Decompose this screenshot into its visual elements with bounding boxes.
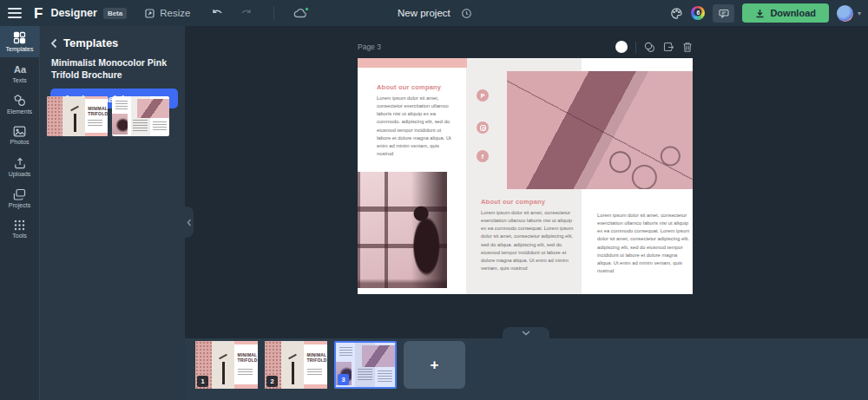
sidebar-label: Projects <box>9 202 30 208</box>
panel-collapse-handle[interactable] <box>185 207 194 238</box>
undo-icon[interactable] <box>211 8 224 19</box>
shadow-photo-mini <box>112 114 128 134</box>
brochure-page[interactable]: About our company Lorem ipsum dolor sit … <box>358 58 693 294</box>
templates-panel: Templates Minimalist Monocolor Pink Trif… <box>39 26 185 400</box>
sidebar-label: Templates <box>6 46 34 52</box>
template-name: Minimalist Monocolor Pink Trifold Brochu… <box>40 49 185 81</box>
pages-bar-collapse-handle[interactable] <box>503 327 549 338</box>
chevron-down-icon <box>522 331 530 336</box>
download-icon <box>755 9 765 18</box>
pages-bar: MINIMAL TRIFOLD 1 MINIMAL TRIFOLD 2 <box>185 338 868 400</box>
cloud-sync-icon[interactable] <box>293 8 308 19</box>
instagram-glyph <box>480 125 486 131</box>
history-icon[interactable] <box>461 8 472 19</box>
page-thumbnail-3-selected[interactable]: 3 <box>334 341 397 389</box>
saved-status-dot <box>305 7 309 11</box>
resize-button[interactable]: Resize <box>144 8 190 19</box>
resize-icon <box>144 8 155 19</box>
page-thumbnail-1[interactable]: MINIMAL TRIFOLD 1 <box>195 341 258 389</box>
plus-icon: + <box>431 357 439 374</box>
brand-palette-icon[interactable] <box>670 7 683 20</box>
app-logo[interactable]: F <box>30 6 42 21</box>
window-shadow-photo[interactable] <box>358 172 447 288</box>
move-page-icon[interactable] <box>663 42 674 53</box>
page-label: Page 3 <box>358 43 381 51</box>
panel-title: Templates <box>63 36 118 49</box>
delete-page-icon[interactable] <box>682 42 693 53</box>
templates-grid-icon <box>13 31 26 44</box>
divider <box>273 6 274 20</box>
page-number-badge: 3 <box>338 374 349 385</box>
main-menu-icon[interactable] <box>8 8 22 18</box>
title-panel: MINIMAL TRIFOLD <box>234 341 258 389</box>
page-thumbnail-2[interactable]: MINIMAL TRIFOLD 2 <box>265 341 327 389</box>
user-avatar[interactable] <box>837 5 853 22</box>
preview-title: MINIMAL TRIFOLD <box>88 107 106 117</box>
sidebar-item-photos[interactable]: Photos <box>0 120 39 151</box>
tools-dots-icon <box>14 220 25 231</box>
facebook-icon[interactable]: f <box>477 150 489 162</box>
canvas[interactable]: Page 3 About our company Lorem ipsum dol… <box>185 26 868 338</box>
top-bar: F Designer Beta Resize New project <box>0 0 868 26</box>
download-button[interactable]: Download <box>742 3 829 23</box>
photos-image-icon <box>13 126 26 137</box>
page-header: Page 3 <box>358 38 693 56</box>
sidebar-label: Tools <box>12 233 26 239</box>
uploads-icon <box>14 157 26 169</box>
heading-middle[interactable]: About our company <box>481 198 545 206</box>
sidebar-label: Photos <box>10 139 30 145</box>
preview-title: MINIMAL TRIFOLD <box>307 353 326 364</box>
preview-title: MINIMAL TRIFOLD <box>238 353 256 364</box>
add-page-button[interactable]: + <box>404 341 465 389</box>
body-text-right[interactable]: Lorem ipsum dolor sit amet, consectetur … <box>597 212 691 275</box>
sidebar-item-templates[interactable]: Templates <box>0 26 39 57</box>
beta-badge: Beta <box>103 8 127 19</box>
color-count-badge: 6 <box>694 8 702 16</box>
sidebar-label: Elements <box>7 108 32 115</box>
glasses-photo-mini <box>137 99 169 118</box>
page-number-badge: 1 <box>197 376 208 387</box>
duplicate-page-icon[interactable] <box>644 42 655 53</box>
sidebar-label: Uploads <box>9 171 31 177</box>
page-number-badge: 2 <box>266 376 278 387</box>
download-label: Download <box>770 8 816 18</box>
app-name: Designer <box>50 7 97 19</box>
pinterest-icon[interactable]: P <box>477 89 489 102</box>
chevron-left-icon <box>187 219 192 226</box>
redo-icon[interactable] <box>240 8 253 19</box>
template-previews: MINIMAL TRIFOLD <box>47 96 169 136</box>
elements-shapes-icon <box>13 94 26 107</box>
sidebar-item-texts[interactable]: Aa Texts <box>0 57 39 89</box>
texts-aa-icon: Aa <box>13 63 27 75</box>
facebook-glyph: f <box>482 154 483 160</box>
panel-back-header[interactable]: Templates <box>40 26 185 49</box>
document-colors-icon[interactable]: 6 <box>691 6 705 20</box>
title-panel: MINIMAL TRIFOLD <box>85 96 108 136</box>
instagram-icon[interactable] <box>477 121 489 134</box>
sidebar-item-tools[interactable]: Tools <box>0 213 39 245</box>
sidebar-item-elements[interactable]: Elements <box>0 89 39 120</box>
divider <box>635 42 636 53</box>
sidebar-item-uploads[interactable]: Uploads <box>0 151 39 182</box>
projects-icon <box>13 188 26 200</box>
glasses-photo[interactable] <box>507 71 693 189</box>
body-text-left[interactable]: Lorem ipsum dolor sit amet, consectetur … <box>377 95 454 158</box>
body-text-middle[interactable]: Lorem ipsum dolor sit amet, consectetur … <box>481 209 574 272</box>
template-preview-2[interactable] <box>112 96 169 136</box>
heading-left[interactable]: About our company <box>377 83 441 91</box>
top-pink-strip[interactable] <box>358 58 467 68</box>
vase-photo <box>212 341 235 389</box>
sidebar-item-projects[interactable]: Projects <box>0 182 39 213</box>
pinterest-glyph: P <box>481 93 485 99</box>
svg-text:Aa: Aa <box>14 64 27 75</box>
template-preview-1[interactable]: MINIMAL TRIFOLD <box>47 96 108 136</box>
page-background-color-button[interactable] <box>615 41 628 53</box>
feedback-button[interactable] <box>713 4 734 23</box>
project-title[interactable]: New project <box>398 8 450 18</box>
sidebar-label: Texts <box>12 77 26 83</box>
account-caret-icon[interactable]: ▾ <box>858 10 861 17</box>
vase-photo <box>62 96 85 136</box>
page-thumbnails: MINIMAL TRIFOLD 1 MINIMAL TRIFOLD 2 <box>195 341 465 389</box>
designer-app: F Designer Beta Resize New project <box>0 0 868 400</box>
back-chevron-icon <box>50 38 57 49</box>
